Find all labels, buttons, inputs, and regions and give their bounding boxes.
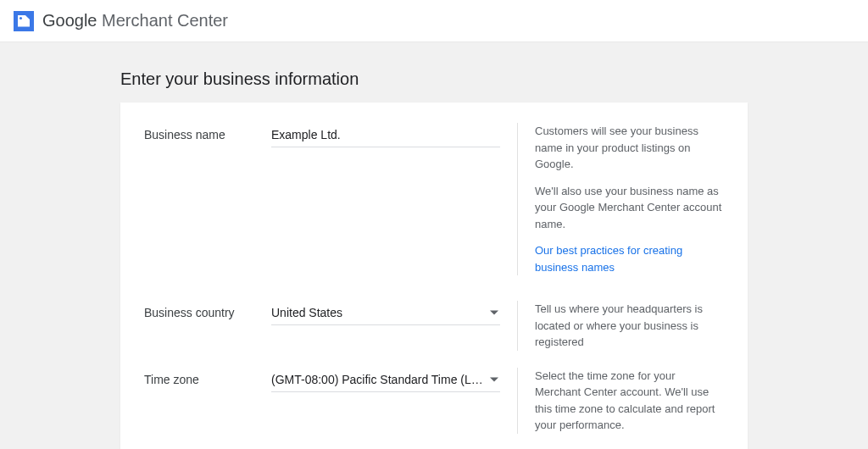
business-info-card: Business name Customers will see your bu… [120,103,748,449]
select-value: United States [271,306,483,319]
label-business-country: Business country [144,301,271,319]
help-text: We'll also use your business name as you… [535,183,724,233]
row-time-zone: Time zone (GMT-08:00) Pacific Standard T… [144,368,724,434]
chevron-down-icon [490,377,498,381]
label-business-name: Business name [144,123,271,141]
time-zone-select[interactable]: (GMT-08:00) Pacific Standard Time (Lo... [271,368,500,392]
label-time-zone: Time zone [144,368,271,386]
help-business-name: Customers will see your business name in… [517,123,724,275]
best-practices-link[interactable]: Our best practices for creating business… [535,244,682,274]
help-time-zone: Select the time zone for your Merchant C… [517,368,724,434]
page-title: Enter your business information [120,69,748,89]
help-business-country: Tell us where your headquarters is locat… [517,301,724,351]
row-business-name: Business name Customers will see your bu… [144,123,724,284]
help-text: Select the time zone for your Merchant C… [535,368,724,434]
help-text: Tell us where your headquarters is locat… [535,301,724,351]
brand-product: Merchant Center [102,11,228,30]
business-country-select[interactable]: United States [271,301,500,325]
business-name-input[interactable] [271,123,500,147]
app-header: Google Merchant Center [0,0,868,42]
chevron-down-icon [490,311,498,315]
main-content: Enter your business information Business… [0,42,868,449]
help-text: Customers will see your business name in… [535,123,724,173]
brand-text: Google Merchant Center [42,11,228,30]
select-value: (GMT-08:00) Pacific Standard Time (Lo... [271,373,483,386]
brand-google: Google [42,11,97,30]
row-business-country: Business country United States Tell us w… [144,301,724,351]
merchant-center-logo-icon [14,11,34,31]
